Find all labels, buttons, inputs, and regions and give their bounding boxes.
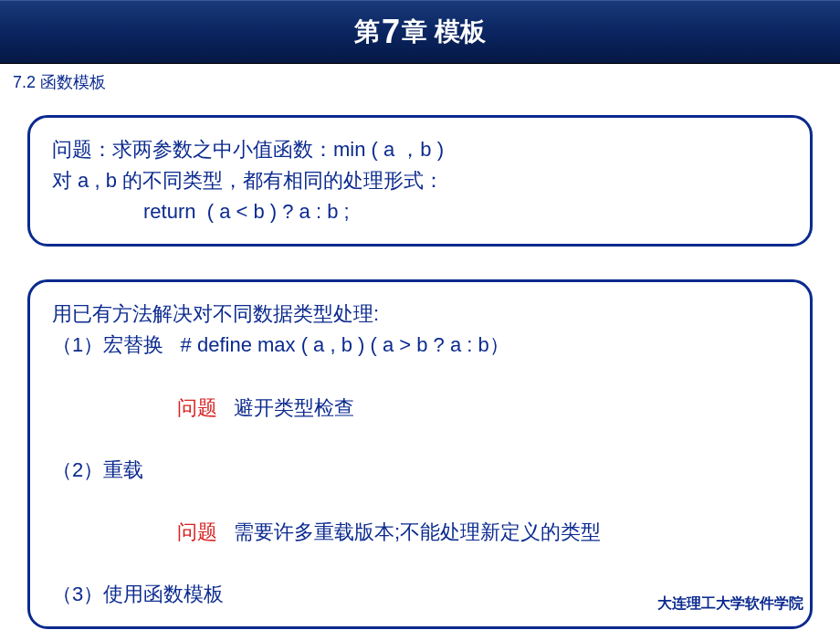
box2-item1-problem: 问题 避开类型检查 bbox=[52, 361, 788, 454]
box2-item2-problem: 问题 需要许多重载版本;不能处理新定义的类型 bbox=[52, 486, 788, 579]
section-label: 7.2 函数模板 bbox=[0, 64, 840, 93]
box1-line2: 对 a , b 的不同类型，都有相同的处理形式： bbox=[52, 165, 788, 196]
footer-text: 大连理工大学软件学院 bbox=[657, 594, 803, 614]
box2-heading: 用已有方法解决对不同数据类型处理: bbox=[52, 299, 788, 330]
box2-item1: （1）宏替换 # define max ( a , b ) ( a > b ? … bbox=[52, 330, 788, 361]
slide-title-bar: 第7章 模板 bbox=[0, 0, 840, 64]
problem-label: 问题 bbox=[177, 396, 217, 419]
box1-line1: 问题：求两参数之中小值函数：min ( a ，b ) bbox=[52, 134, 788, 165]
title-suffix: 章 模板 bbox=[402, 15, 486, 49]
problem-text: 需要许多重载版本;不能处理新定义的类型 bbox=[234, 520, 601, 543]
problem-label: 问题 bbox=[177, 520, 217, 543]
problem-text: 避开类型检查 bbox=[234, 396, 354, 419]
problem-box: 问题：求两参数之中小值函数：min ( a ，b ) 对 a , b 的不同类型… bbox=[27, 115, 813, 247]
box2-item2: （2）重载 bbox=[52, 455, 788, 486]
solutions-box: 用已有方法解决对不同数据类型处理: （1）宏替换 # define max ( … bbox=[27, 279, 813, 629]
title-chapter-number: 7 bbox=[382, 13, 400, 51]
box1-line3: return ( a < b ) ? a : b ; bbox=[52, 196, 788, 227]
content-area: 问题：求两参数之中小值函数：min ( a ，b ) 对 a , b 的不同类型… bbox=[0, 93, 840, 629]
title-prefix: 第 bbox=[354, 15, 380, 49]
